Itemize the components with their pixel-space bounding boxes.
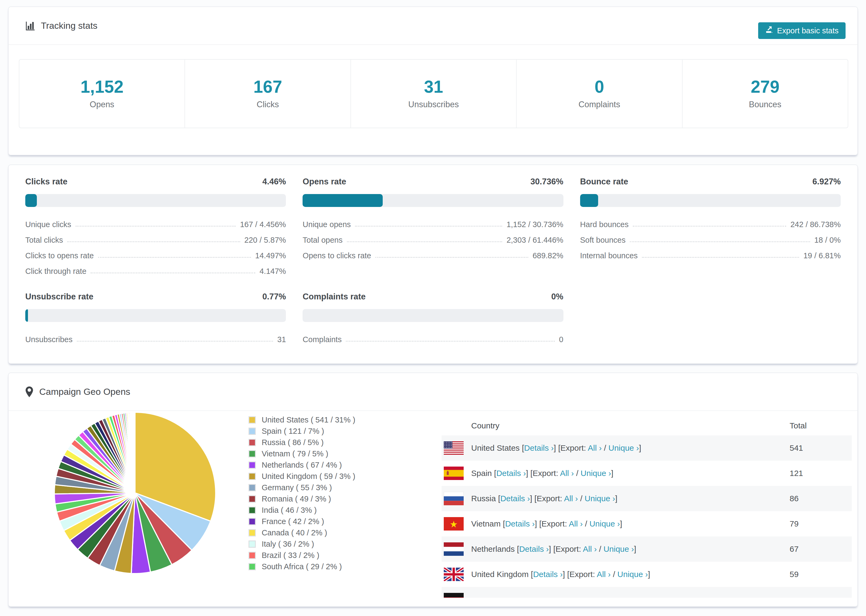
export-all-link[interactable]: All › [588,443,602,452]
rate-block-bounce-rate: Bounce rate6.927%Hard bounces242 / 86.73… [580,177,841,277]
export-all-link[interactable]: All › [597,570,611,579]
flag-gb-icon [442,567,471,581]
rate-block-unsubscribe-rate: Unsubscribe rate0.77%Unsubscribes31 [25,292,286,346]
rate-block-header: Unsubscribe rate0.77% [25,292,286,302]
map-pin-icon [25,386,33,398]
country-cell: Vietnam [Details ›] [Export: All › / Uni… [471,519,790,528]
progress-fill [25,309,28,322]
geo-row-vietnam: Vietnam [Details ›] [Export: All › / Uni… [442,511,852,536]
rate-value: 30.736% [531,177,563,187]
details-link[interactable]: Details › [500,494,530,503]
legend-swatch [249,450,256,457]
export-basic-stats-button[interactable]: Export basic stats [758,22,846,39]
stat-value: 279 [751,78,779,96]
legend-item-france: France ( 42 / 2% ) [249,516,355,527]
total-column-header: Total [790,421,852,430]
country-name: United Kingdom [471,570,529,579]
details-link[interactable]: Details › [533,570,563,579]
export-all-link[interactable]: All › [569,519,583,528]
rate-block-complaints-rate: Complaints rate0%Complaints0 [302,292,563,346]
legend-label: United Kingdom ( 59 / 3% ) [262,472,355,481]
rate-row-value: 4.147% [260,267,286,276]
bar-chart-icon [25,21,35,31]
country-cell: United States [Details ›] [Export: All ›… [471,443,790,453]
country-name: Vietnam [471,519,501,528]
rate-row-label: Clicks to opens rate [25,251,94,260]
legend-item-romania: Romania ( 49 / 3% ) [249,493,355,504]
rate-row-label: Click through rate [25,267,86,276]
flag-vn-icon [442,517,471,531]
legend-swatch [249,563,256,570]
rate-block-opens-rate: Opens rate30.736%Unique opens1,152 / 30.… [302,177,563,277]
export-unique-link[interactable]: Unique › [608,443,639,452]
rate-value: 0% [551,292,564,302]
geo-opens-pie-chart [49,407,221,579]
export-all-link[interactable]: All › [560,469,574,478]
progress-fill [302,194,383,207]
rates-card: Clicks rate4.46%Unique clicks167 / 4.456… [8,165,858,364]
country-name: Netherlands [471,545,515,553]
export-all-link[interactable]: All › [564,494,578,503]
geo-title-label: Campaign Geo Opens [39,387,130,397]
legend-label: South Africa ( 29 / 2% ) [262,562,342,571]
rate-rows: Unsubscribes31 [25,330,286,346]
flag-es-icon [442,467,471,480]
flag-nl-icon [442,542,471,556]
legend-label: India ( 46 / 3% ) [262,506,317,515]
details-link[interactable]: Details › [496,469,526,478]
rate-row-label: Unsubscribes [25,335,72,344]
export-unique-link[interactable]: Unique › [585,494,615,503]
flag-ru-icon [442,492,471,505]
dotted-leader [355,226,502,226]
rate-row-label: Soft bounces [580,236,625,245]
legend-item-italy: Italy ( 36 / 2% ) [249,538,355,550]
export-all-link[interactable]: All › [583,545,597,553]
geo-title: Campaign Geo Opens [25,386,130,398]
rate-row-value: 242 / 86.738% [790,220,841,229]
dotted-leader [98,257,251,258]
rate-row-value: 2,303 / 61.446% [506,236,563,245]
export-unique-link[interactable]: Unique › [617,570,648,579]
rate-row-soft-bounces: Soft bounces18 / 0% [580,231,841,246]
tracking-stats-card: Tracking stats Export basic stats 1,152O… [8,6,858,156]
dotted-leader [76,226,236,226]
total-cell: 59 [790,570,852,579]
rate-block-header: Clicks rate4.46% [25,177,286,187]
rate-block-clicks-rate: Clicks rate4.46%Unique clicks167 / 4.456… [25,177,286,277]
rate-row-label: Hard bounces [580,220,629,229]
rate-row-unique-opens: Unique opens1,152 / 30.736% [302,215,563,231]
rate-rows: Hard bounces242 / 86.738%Soft bounces18 … [580,215,841,262]
campaign-geo-opens-card: Campaign Geo Opens United States ( 541 /… [8,372,858,607]
legend-swatch [249,462,256,469]
rate-value: 6.927% [812,177,841,187]
details-link[interactable]: Details › [505,519,535,528]
stat-complaints: 0Complaints [516,60,682,128]
legend-swatch [249,529,256,536]
rate-title: Complaints rate [302,292,365,302]
pie-slice-other [135,412,135,493]
country-column-header: Country [471,421,790,430]
legend-swatch [249,507,256,514]
stat-label: Complaints [578,100,620,109]
geo-row-germany [442,587,852,598]
stat-clicks: 167Clicks [185,60,351,128]
dotted-leader [375,257,528,258]
export-unique-link[interactable]: Unique › [603,545,634,553]
legend-item-united-states: United States ( 541 / 31% ) [249,414,355,426]
details-link[interactable]: Details › [524,443,554,452]
details-link[interactable]: Details › [519,545,549,553]
rate-row-label: Unique opens [302,220,351,229]
stat-value: 31 [424,78,443,96]
rate-title: Clicks rate [25,177,68,187]
page-title: Tracking stats [25,20,98,31]
tracking-stats-header: Tracking stats Export basic stats [9,7,857,45]
legend-item-canada: Canada ( 40 / 2% ) [249,527,355,538]
country-cell: Russia [Details ›] [Export: All › / Uniq… [471,494,790,503]
rate-rows: Complaints0 [302,330,563,346]
flag-us-icon [442,441,471,455]
export-unique-link[interactable]: Unique › [581,469,611,478]
legend-label: Germany ( 55 / 3% ) [262,483,332,492]
export-unique-link[interactable]: Unique › [589,519,620,528]
legend-item-germany: Germany ( 55 / 3% ) [249,482,355,493]
rate-row-label: Internal bounces [580,251,638,260]
